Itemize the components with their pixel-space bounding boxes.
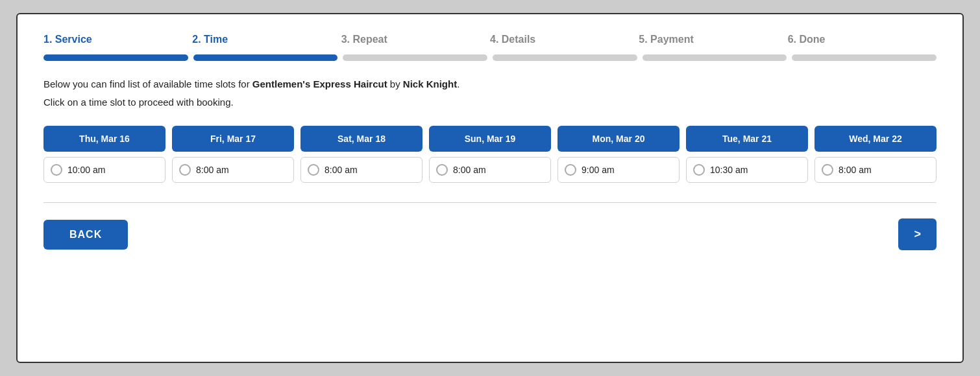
time-fri: 8:00 am: [196, 165, 229, 175]
time-wed: 8:00 am: [839, 165, 872, 175]
day-col-thu: Thu, Mar 16 10:00 am: [43, 126, 165, 183]
time-slot-fri[interactable]: 8:00 am: [172, 157, 294, 183]
day-header-sun[interactable]: Sun, Mar 19: [429, 126, 551, 152]
booking-container: 1. Service 2. Time 3. Repeat 4. Details …: [16, 13, 964, 363]
day-header-tue[interactable]: Tue, Mar 21: [686, 126, 808, 152]
divider: [43, 202, 937, 203]
next-button[interactable]: >: [898, 218, 937, 250]
time-slot-sat[interactable]: 8:00 am: [300, 157, 423, 183]
step-1-label: 1. Service: [43, 34, 192, 49]
time-slot-wed[interactable]: 8:00 am: [815, 157, 937, 183]
step-2-label: 2. Time: [192, 34, 341, 49]
stepper: 1. Service 2. Time 3. Repeat 4. Details …: [43, 34, 937, 49]
back-button[interactable]: BACK: [43, 220, 128, 250]
radio-thu[interactable]: [51, 164, 62, 176]
day-col-sat: Sat, Mar 18 8:00 am: [300, 126, 423, 183]
radio-wed[interactable]: [822, 164, 833, 176]
radio-fri[interactable]: [179, 164, 191, 176]
step-6-label: 6. Done: [788, 34, 937, 49]
radio-sun[interactable]: [436, 164, 448, 176]
step-4-label: 4. Details: [490, 34, 639, 49]
day-header-wed[interactable]: Wed, Mar 22: [815, 126, 937, 152]
time-slot-mon[interactable]: 9:00 am: [557, 157, 680, 183]
description-line2: Click on a time slot to proceed with boo…: [43, 95, 937, 110]
time-tue: 10:30 am: [710, 165, 748, 175]
day-col-sun: Sun, Mar 19 8:00 am: [429, 126, 551, 183]
progress-bar-3: [343, 54, 487, 61]
progress-bar-5: [643, 54, 787, 61]
radio-tue[interactable]: [693, 164, 705, 176]
radio-mon[interactable]: [565, 164, 576, 176]
progress-bar-1: [43, 54, 188, 61]
time-mon: 9:00 am: [582, 165, 615, 175]
calendar-section: Thu, Mar 16 10:00 am Fri, Mar 17 8:00 am…: [43, 126, 937, 183]
day-col-mon: Mon, Mar 20 9:00 am: [557, 126, 680, 183]
footer: BACK >: [43, 218, 937, 250]
day-header-fri[interactable]: Fri, Mar 17: [172, 126, 294, 152]
day-col-fri: Fri, Mar 17 8:00 am: [172, 126, 294, 183]
progress-bar-6: [792, 54, 937, 61]
service-name: Gentlemen's Express Haircut: [252, 78, 387, 89]
progress-bar-2: [193, 54, 338, 61]
progress-bar-4: [493, 54, 637, 61]
radio-sat[interactable]: [308, 164, 319, 176]
time-sat: 8:00 am: [325, 165, 358, 175]
calendar-grid: Thu, Mar 16 10:00 am Fri, Mar 17 8:00 am…: [43, 126, 937, 183]
time-slot-tue[interactable]: 10:30 am: [686, 157, 808, 183]
time-sun: 8:00 am: [453, 165, 486, 175]
time-slot-thu[interactable]: 10:00 am: [43, 157, 165, 183]
provider-name: Nick Knight: [403, 78, 457, 89]
day-header-thu[interactable]: Thu, Mar 16: [43, 126, 165, 152]
time-slot-sun[interactable]: 8:00 am: [429, 157, 551, 183]
day-header-mon[interactable]: Mon, Mar 20: [557, 126, 680, 152]
progress-bars: [43, 54, 937, 61]
step-5-label: 5. Payment: [639, 34, 787, 49]
description-line1: Below you can find list of available tim…: [43, 76, 937, 92]
day-header-sat[interactable]: Sat, Mar 18: [300, 126, 423, 152]
day-col-tue: Tue, Mar 21 10:30 am: [686, 126, 808, 183]
step-3-label: 3. Repeat: [341, 34, 490, 49]
day-col-wed: Wed, Mar 22 8:00 am: [815, 126, 937, 183]
time-thu: 10:00 am: [67, 165, 105, 175]
